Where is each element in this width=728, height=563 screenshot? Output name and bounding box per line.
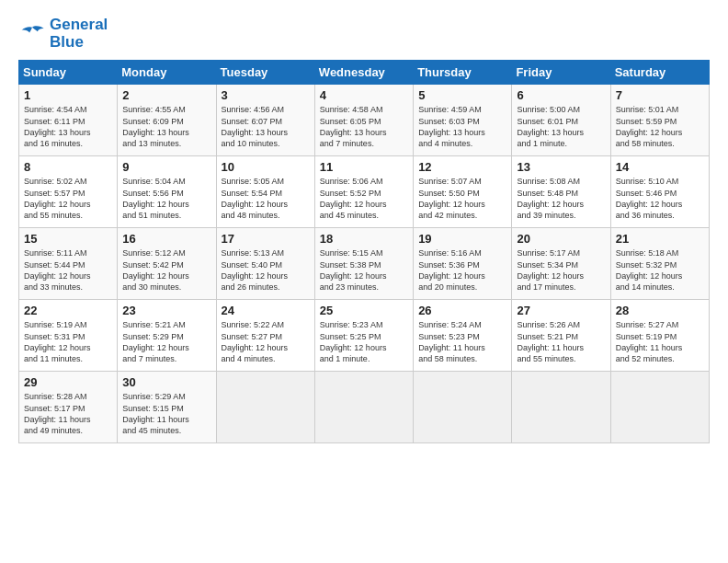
day-number: 22 xyxy=(24,304,112,317)
calendar-cell: 23Sunrise: 5:21 AM Sunset: 5:29 PM Dayli… xyxy=(118,300,216,372)
calendar-header: SundayMondayTuesdayWednesdayThursdayFrid… xyxy=(19,61,710,85)
calendar-cell: 28Sunrise: 5:27 AM Sunset: 5:19 PM Dayli… xyxy=(610,300,709,372)
calendar-cell: 24Sunrise: 5:22 AM Sunset: 5:27 PM Dayli… xyxy=(216,300,314,372)
calendar-cell: 30Sunrise: 5:29 AM Sunset: 5:15 PM Dayli… xyxy=(118,372,216,443)
calendar-cell: 21Sunrise: 5:18 AM Sunset: 5:32 PM Dayli… xyxy=(610,228,709,300)
calendar-cell: 6Sunrise: 5:00 AM Sunset: 6:01 PM Daylig… xyxy=(512,85,610,156)
day-info: Sunrise: 5:05 AM Sunset: 5:54 PM Dayligh… xyxy=(222,176,310,221)
calendar-cell xyxy=(314,372,413,443)
calendar-cell: 14Sunrise: 5:10 AM Sunset: 5:46 PM Dayli… xyxy=(610,156,709,228)
day-number: 14 xyxy=(616,160,704,174)
day-info: Sunrise: 5:29 AM Sunset: 5:15 PM Dayligh… xyxy=(122,391,210,436)
day-info: Sunrise: 5:28 AM Sunset: 5:17 PM Dayligh… xyxy=(24,391,112,436)
day-number: 17 xyxy=(222,232,310,246)
calendar-cell: 9Sunrise: 5:04 AM Sunset: 5:56 PM Daylig… xyxy=(118,156,216,228)
day-info: Sunrise: 4:56 AM Sunset: 6:07 PM Dayligh… xyxy=(222,104,310,149)
calendar-cell: 2Sunrise: 4:55 AM Sunset: 6:09 PM Daylig… xyxy=(118,85,216,156)
day-info: Sunrise: 5:27 AM Sunset: 5:19 PM Dayligh… xyxy=(616,319,704,364)
day-number: 7 xyxy=(616,88,704,102)
day-number: 12 xyxy=(418,160,506,174)
calendar-cell: 7Sunrise: 5:01 AM Sunset: 5:59 PM Daylig… xyxy=(610,85,709,156)
day-number: 20 xyxy=(517,232,605,246)
day-number: 21 xyxy=(616,232,704,246)
weekday-header: Monday xyxy=(118,61,216,85)
day-info: Sunrise: 5:02 AM Sunset: 5:57 PM Dayligh… xyxy=(24,176,112,221)
calendar-week-row: 22Sunrise: 5:19 AM Sunset: 5:31 PM Dayli… xyxy=(19,300,710,372)
weekday-row: SundayMondayTuesdayWednesdayThursdayFrid… xyxy=(19,61,710,85)
calendar-cell: 1Sunrise: 4:54 AM Sunset: 6:11 PM Daylig… xyxy=(19,85,118,156)
day-number: 25 xyxy=(320,304,408,317)
calendar-cell: 19Sunrise: 5:16 AM Sunset: 5:36 PM Dayli… xyxy=(414,228,512,300)
calendar-cell: 27Sunrise: 5:26 AM Sunset: 5:21 PM Dayli… xyxy=(512,300,610,372)
calendar-week-row: 29Sunrise: 5:28 AM Sunset: 5:17 PM Dayli… xyxy=(19,372,710,443)
day-number: 4 xyxy=(320,88,408,102)
calendar-cell: 3Sunrise: 4:56 AM Sunset: 6:07 PM Daylig… xyxy=(216,85,314,156)
day-info: Sunrise: 4:54 AM Sunset: 6:11 PM Dayligh… xyxy=(24,104,112,149)
day-number: 1 xyxy=(24,88,112,102)
day-info: Sunrise: 4:59 AM Sunset: 6:03 PM Dayligh… xyxy=(418,104,506,149)
day-info: Sunrise: 5:12 AM Sunset: 5:42 PM Dayligh… xyxy=(122,247,210,293)
day-number: 11 xyxy=(320,160,408,174)
day-number: 23 xyxy=(122,304,210,317)
day-number: 16 xyxy=(122,232,210,246)
day-info: Sunrise: 4:58 AM Sunset: 6:05 PM Dayligh… xyxy=(320,104,408,149)
day-info: Sunrise: 5:07 AM Sunset: 5:50 PM Dayligh… xyxy=(418,176,506,221)
calendar-cell: 15Sunrise: 5:11 AM Sunset: 5:44 PM Dayli… xyxy=(19,228,118,300)
calendar-cell: 20Sunrise: 5:17 AM Sunset: 5:34 PM Dayli… xyxy=(512,228,610,300)
calendar-week-row: 8Sunrise: 5:02 AM Sunset: 5:57 PM Daylig… xyxy=(19,156,710,228)
day-info: Sunrise: 5:11 AM Sunset: 5:44 PM Dayligh… xyxy=(24,247,112,293)
day-info: Sunrise: 5:04 AM Sunset: 5:56 PM Dayligh… xyxy=(122,176,210,221)
calendar-cell: 10Sunrise: 5:05 AM Sunset: 5:54 PM Dayli… xyxy=(216,156,314,228)
day-number: 2 xyxy=(122,88,210,102)
weekday-header: Tuesday xyxy=(216,61,314,85)
day-info: Sunrise: 5:21 AM Sunset: 5:29 PM Dayligh… xyxy=(122,319,210,364)
calendar-week-row: 15Sunrise: 5:11 AM Sunset: 5:44 PM Dayli… xyxy=(19,228,710,300)
weekday-header: Sunday xyxy=(19,61,118,85)
day-info: Sunrise: 5:08 AM Sunset: 5:48 PM Dayligh… xyxy=(517,176,605,221)
day-number: 8 xyxy=(24,160,112,174)
page: General Blue SundayMondayTuesdayWednesda… xyxy=(0,0,728,563)
calendar-cell: 25Sunrise: 5:23 AM Sunset: 5:25 PM Dayli… xyxy=(314,300,413,372)
calendar-cell: 16Sunrise: 5:12 AM Sunset: 5:42 PM Dayli… xyxy=(118,228,216,300)
weekday-header: Thursday xyxy=(414,61,512,85)
calendar-cell: 22Sunrise: 5:19 AM Sunset: 5:31 PM Dayli… xyxy=(19,300,118,372)
day-info: Sunrise: 5:19 AM Sunset: 5:31 PM Dayligh… xyxy=(24,319,112,364)
calendar-cell: 8Sunrise: 5:02 AM Sunset: 5:57 PM Daylig… xyxy=(19,156,118,228)
day-number: 5 xyxy=(418,88,506,102)
day-number: 30 xyxy=(122,375,210,389)
logo: General Blue xyxy=(18,17,108,51)
day-info: Sunrise: 5:00 AM Sunset: 6:01 PM Dayligh… xyxy=(517,104,605,149)
calendar-cell: 17Sunrise: 5:13 AM Sunset: 5:40 PM Dayli… xyxy=(216,228,314,300)
calendar-cell xyxy=(216,372,314,443)
calendar-cell: 26Sunrise: 5:24 AM Sunset: 5:23 PM Dayli… xyxy=(414,300,512,372)
day-info: Sunrise: 5:16 AM Sunset: 5:36 PM Dayligh… xyxy=(418,247,506,293)
weekday-header: Saturday xyxy=(610,61,709,85)
calendar-cell: 11Sunrise: 5:06 AM Sunset: 5:52 PM Dayli… xyxy=(314,156,413,228)
day-number: 24 xyxy=(222,304,310,317)
calendar-body: 1Sunrise: 4:54 AM Sunset: 6:11 PM Daylig… xyxy=(19,85,710,443)
day-info: Sunrise: 4:55 AM Sunset: 6:09 PM Dayligh… xyxy=(122,104,210,149)
day-info: Sunrise: 5:17 AM Sunset: 5:34 PM Dayligh… xyxy=(517,247,605,293)
day-info: Sunrise: 5:18 AM Sunset: 5:32 PM Dayligh… xyxy=(616,247,704,293)
calendar-cell: 4Sunrise: 4:58 AM Sunset: 6:05 PM Daylig… xyxy=(314,85,413,156)
day-info: Sunrise: 5:10 AM Sunset: 5:46 PM Dayligh… xyxy=(616,176,704,221)
calendar-cell: 18Sunrise: 5:15 AM Sunset: 5:38 PM Dayli… xyxy=(314,228,413,300)
weekday-header: Wednesday xyxy=(314,61,413,85)
day-info: Sunrise: 5:01 AM Sunset: 5:59 PM Dayligh… xyxy=(616,104,704,149)
day-number: 26 xyxy=(418,304,506,317)
day-info: Sunrise: 5:06 AM Sunset: 5:52 PM Dayligh… xyxy=(320,176,408,221)
day-info: Sunrise: 5:24 AM Sunset: 5:23 PM Dayligh… xyxy=(418,319,506,364)
logo-text: General Blue xyxy=(50,17,108,51)
calendar: SundayMondayTuesdayWednesdayThursdayFrid… xyxy=(18,60,710,443)
day-info: Sunrise: 5:15 AM Sunset: 5:38 PM Dayligh… xyxy=(320,247,408,293)
day-number: 10 xyxy=(222,160,310,174)
calendar-cell: 29Sunrise: 5:28 AM Sunset: 5:17 PM Dayli… xyxy=(19,372,118,443)
day-number: 28 xyxy=(616,304,704,317)
day-info: Sunrise: 5:23 AM Sunset: 5:25 PM Dayligh… xyxy=(320,319,408,364)
header: General Blue xyxy=(18,17,710,51)
calendar-cell xyxy=(414,372,512,443)
calendar-cell xyxy=(512,372,610,443)
calendar-week-row: 1Sunrise: 4:54 AM Sunset: 6:11 PM Daylig… xyxy=(19,85,710,156)
day-info: Sunrise: 5:22 AM Sunset: 5:27 PM Dayligh… xyxy=(222,319,310,364)
day-info: Sunrise: 5:26 AM Sunset: 5:21 PM Dayligh… xyxy=(517,319,605,364)
